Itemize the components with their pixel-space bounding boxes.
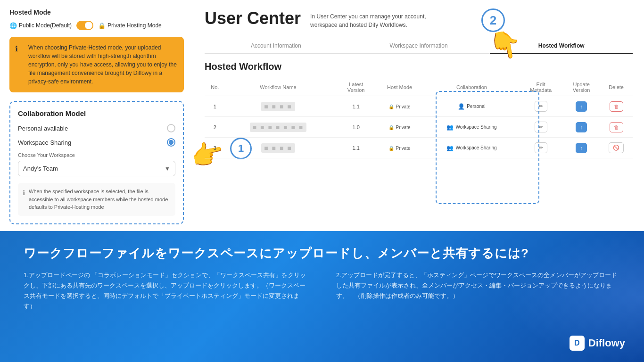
table-row: 3 ■ ■ ■ ■ 1.1 🔒 Private 👥 Workspa <box>205 138 633 158</box>
warning-box: ℹ When choosing Private-Hosted mode, you… <box>9 37 184 92</box>
bottom-section: ワークフローファイルをワークスペースにアップロードし、メンバーと共有するには? … <box>0 231 644 362</box>
table-row: 1 ■ ■ ■ ■ 1.1 🔒 Private 👤 Persona <box>205 96 633 117</box>
tab-workspace-information[interactable]: Workspace Information <box>347 39 490 54</box>
update-button-row2[interactable]: ↑ <box>576 122 587 132</box>
bottom-title: ワークフローファイルをワークスペースにアップロードし、メンバーと共有するには? <box>24 245 620 262</box>
col-latest-version: LatestVersion <box>338 79 374 96</box>
col-no: No. <box>205 79 225 96</box>
row2-no: 2 <box>205 117 225 138</box>
table-row: 2 ■ ■ ■ ■ ■ ■ ■ 1.0 🔒 Private 👥 W <box>205 117 633 138</box>
workspace-option-row[interactable]: Workspace Sharing <box>18 138 175 147</box>
col-edit-metadata: EditMetadata <box>519 79 563 96</box>
workflow-table-wrapper: No. Workflow Name LatestVersion Host Mod… <box>205 79 633 158</box>
group-icon: 👥 <box>446 145 454 151</box>
col-workflow-name: Workflow Name <box>225 79 331 96</box>
workspace-select-row: Andy's Team ▼ <box>18 161 175 176</box>
left-panel: Hosted Mode 🌐 Public Mode(Default) 🔒 Pri… <box>0 0 193 231</box>
personal-radio[interactable] <box>167 124 175 132</box>
private-hosting-label: 🔒 Private Hosting Mode <box>98 22 162 29</box>
row3-collab: 👥 Workspace Sharing <box>425 138 519 158</box>
note-info-icon: ℹ <box>23 188 25 198</box>
edit-button-row2[interactable]: ✏ <box>535 122 547 132</box>
col-collaboration: Collaboration <box>425 79 519 96</box>
mode-toggle-row: 🌐 Public Mode(Default) 🔒 Private Hosting… <box>9 21 184 30</box>
lock-icon: 🔒 <box>98 22 106 29</box>
row3-name: ■ ■ ■ ■ <box>225 138 331 158</box>
row1-collab: 👤 Personal <box>425 96 519 117</box>
col-update-version: UpdateVersion <box>563 79 600 96</box>
row1-delete: 🗑 <box>600 96 633 117</box>
group-icon: 👥 <box>446 124 454 131</box>
row1-edit: ✏ <box>519 96 563 117</box>
hand-pointer-right: 👉 <box>487 26 523 64</box>
lock-icon: 🔒 <box>388 104 394 109</box>
user-center-description: In User Center you can manage your accou… <box>310 8 442 29</box>
col-host-mode: Host Mode <box>374 79 425 96</box>
public-mode-label: 🌐 Public Mode(Default) <box>9 22 72 29</box>
update-button-row3[interactable]: ↑ <box>576 143 587 153</box>
row1-host-mode: 🔒 Private <box>374 96 425 117</box>
row2-collab: 👥 Workspace Sharing <box>425 117 519 138</box>
info-note: ℹ When the specified workspace is select… <box>18 183 175 216</box>
lock-icon: 🔒 <box>388 125 394 130</box>
edit-button-row3[interactable]: ✏ <box>535 142 547 153</box>
diflowy-text: Diflowy <box>588 337 625 349</box>
row3-host-mode: 🔒 Private <box>374 138 425 158</box>
row1-version: 1.1 <box>338 96 374 117</box>
lock-icon: 🔒 <box>388 146 394 151</box>
right-panel: User Center In User Center you can manag… <box>193 0 644 231</box>
delete-button-row3[interactable]: 🚫 <box>609 142 624 153</box>
workspace-dropdown[interactable]: Andy's Team ▼ <box>18 161 175 176</box>
hosted-workflow-title: Hosted Workflow <box>205 61 633 72</box>
personal-option-row[interactable]: Personal available <box>18 124 175 132</box>
row1-no: 1 <box>205 96 225 117</box>
user-center-header: User Center In User Center you can manag… <box>205 8 633 29</box>
collaboration-container: Collaboration Model Personal available W… <box>9 101 184 224</box>
chevron-down-icon: ▼ <box>165 165 170 172</box>
delete-button-row1[interactable]: 🗑 <box>610 101 623 112</box>
tab-account-information[interactable]: Account Information <box>205 39 347 54</box>
update-button-row1[interactable]: ↑ <box>576 101 587 112</box>
choose-workspace-label: Choose Your Workspace <box>18 152 175 158</box>
mode-toggle-switch[interactable] <box>76 21 93 30</box>
workspace-radio[interactable] <box>167 138 175 147</box>
tabs-row: Account Information Workspace Informatio… <box>205 39 633 54</box>
row3-version: 1.1 <box>338 138 374 158</box>
diflowy-icon: D <box>570 336 585 351</box>
person-icon: 👤 <box>458 103 465 110</box>
row2-delete: 🗑 <box>600 117 633 138</box>
row1-update: ↑ <box>563 96 600 117</box>
row2-name: ■ ■ ■ ■ ■ ■ ■ <box>225 117 331 138</box>
collab-title: Collaboration Model <box>18 109 175 117</box>
globe-icon: 🌐 <box>9 22 17 29</box>
row2-update: ↑ <box>563 117 600 138</box>
col-delete: Delete <box>600 79 633 96</box>
edit-button-row1[interactable]: ✏ <box>535 101 547 112</box>
user-center-title: User Center <box>205 8 301 28</box>
row2-edit: ✏ <box>519 117 563 138</box>
row1-name: ■ ■ ■ ■ <box>225 96 331 117</box>
bottom-content: 1.アップロードページの 「コラボレーションモード」セクションで、「ワークスペー… <box>24 270 620 348</box>
row3-edit: ✏ <box>519 138 563 158</box>
hosted-mode-title: Hosted Mode <box>9 8 184 16</box>
delete-button-row2[interactable]: 🗑 <box>610 122 623 132</box>
workflow-table: No. Workflow Name LatestVersion Host Mod… <box>205 79 633 158</box>
workspace-value: Andy's Team <box>23 165 58 172</box>
diflowy-logo: D Diflowy <box>570 336 625 351</box>
workspace-sharing-label: Workspace Sharing <box>18 139 71 146</box>
info-icon: ℹ <box>15 43 18 55</box>
bottom-col1: 1.アップロードページの 「コラボレーションモード」セクションで、「ワークスペー… <box>24 270 308 348</box>
row2-version: 1.0 <box>338 117 374 138</box>
personal-label: Personal available <box>18 125 68 132</box>
row3-no: 3 <box>205 138 225 158</box>
col-spacer <box>331 79 338 96</box>
row3-delete: 🚫 <box>600 138 633 158</box>
row2-host-mode: 🔒 Private <box>374 117 425 138</box>
row3-update: ↑ <box>563 138 600 158</box>
